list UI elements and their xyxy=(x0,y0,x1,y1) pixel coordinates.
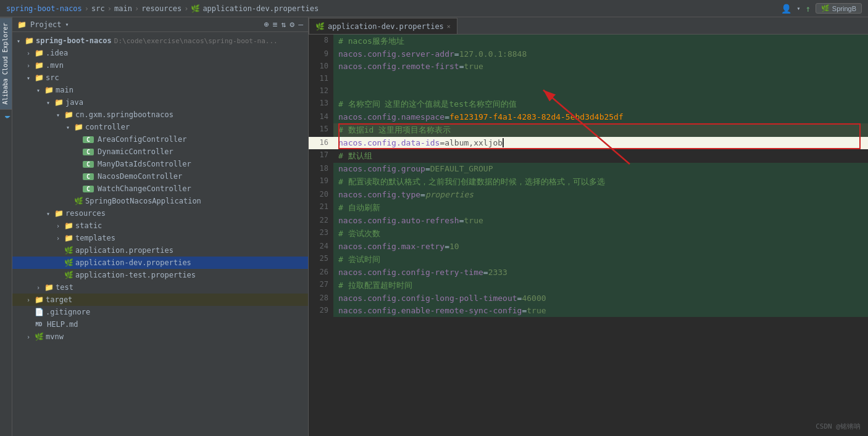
icon-templates: 📁 xyxy=(63,234,74,242)
label-idea: .idea xyxy=(46,49,68,57)
tree-item-java[interactable]: ▾ 📁 java xyxy=(12,96,308,109)
tree-item-test[interactable]: › 📁 test xyxy=(12,281,308,294)
project-panel-chevron[interactable]: ▾ xyxy=(65,21,69,28)
sep2: › xyxy=(107,4,112,13)
line-num-21: 21 xyxy=(309,201,333,215)
line-content-27: # 拉取配置超时时间 xyxy=(333,279,868,292)
breadcrumb-src[interactable]: src xyxy=(91,4,105,13)
toolbar-list-icon[interactable]: ≡ xyxy=(273,20,278,29)
tree-item-watch-change[interactable]: C WatchChangeController xyxy=(12,183,308,195)
icon-spring-app: 🌿 xyxy=(73,197,84,205)
tree-item-src[interactable]: ▾ 📁 src xyxy=(12,72,308,84)
tree-item-app-dev-props[interactable]: 🌿 application-dev.properties xyxy=(12,257,308,269)
tree-item-idea[interactable]: › 📁 .idea xyxy=(12,47,308,59)
sep4: › xyxy=(184,4,188,13)
icon-app-test-props: 🌿 xyxy=(63,271,74,279)
project-panel-header: 📁 Project ▾ ⊕ ≡ ⇅ ⚙ — xyxy=(12,17,308,32)
code-line-9: 9 nacos.config.server-addr=127.0.0.1:884… xyxy=(309,48,868,60)
icon-target: 📁 xyxy=(33,295,44,304)
line-content-15: # 数据id 这里用项目名称表示 xyxy=(333,123,868,137)
tab-app-dev-props[interactable]: 🌿 application-dev.properties ✕ xyxy=(309,18,457,34)
tree-item-templates[interactable]: › 📁 templates xyxy=(12,232,308,244)
tab-label: application-dev.properties xyxy=(328,22,444,31)
tree-item-app-props[interactable]: 🌿 application.properties xyxy=(12,244,308,257)
line-num-20: 20 xyxy=(309,189,333,201)
editor-with-annotation: 8 # nacos服务地址 9 nacos.config.server-addr… xyxy=(309,35,868,436)
code-line-16: 16 nacos.config.data-ids=album,xxljob| xyxy=(309,137,868,149)
side-icon-tab[interactable]: ☁ xyxy=(0,109,12,129)
toolbar-minimize-icon[interactable]: — xyxy=(298,20,303,29)
breadcrumb-project[interactable]: spring-boot-nacos xyxy=(6,4,82,13)
line-num-26: 26 xyxy=(309,266,333,279)
label-app-test-props: application-test.properties xyxy=(75,271,196,279)
icon-main: 📁 xyxy=(43,86,54,94)
tree-item-spring-app[interactable]: 🌿 SpringBootNacosApplication xyxy=(12,195,308,207)
tree-item-help-md[interactable]: MD HELP.md xyxy=(12,318,308,331)
line-num-24: 24 xyxy=(309,241,333,253)
icon-area-config: C xyxy=(83,136,94,143)
label-test: test xyxy=(56,283,73,292)
code-line-28: 28 nacos.config.config-long-poll-timeout… xyxy=(309,292,868,305)
label-mvnw: mvnw xyxy=(46,332,64,341)
tree-item-gitignore[interactable]: 📄 .gitignore xyxy=(12,306,308,318)
breadcrumb-file-icon: 🌿 xyxy=(191,4,200,13)
user-icon[interactable]: 👤 xyxy=(781,4,791,14)
tree-item-many-data[interactable]: C ManyDataIdsController xyxy=(12,158,308,170)
code-editor[interactable]: 8 # nacos服务地址 9 nacos.config.server-addr… xyxy=(309,35,868,317)
tab-close-icon[interactable]: ✕ xyxy=(447,23,451,30)
arrow-package: ▾ xyxy=(53,112,63,118)
toolbar-settings-icon[interactable]: ⚙ xyxy=(290,20,294,29)
breadcrumb-bar: spring-boot-nacos › src › main › resourc… xyxy=(0,0,868,17)
tree-item-mvn[interactable]: › 📁 .mvn xyxy=(12,59,308,72)
arrow-java: ▾ xyxy=(43,99,53,106)
line-content-11 xyxy=(333,73,868,85)
tree-item-main[interactable]: ▾ 📁 main xyxy=(12,84,308,96)
code-line-17: 17 # 默认组 xyxy=(309,149,868,163)
main-area: Alibaba Cloud Explorer ☁ 📁 Project ▾ ⊕ ≡… xyxy=(0,17,868,436)
tree-item-static[interactable]: › 📁 static xyxy=(12,220,308,232)
tree-item-resources[interactable]: ▾ 📁 resources xyxy=(12,207,308,220)
watermark: CSDN @铭锵呐 xyxy=(816,422,861,431)
toolbar-sort-icon[interactable]: ⇅ xyxy=(282,20,286,29)
tree-item-controller[interactable]: ▾ 📁 controller xyxy=(12,121,308,133)
code-line-18: 18 nacos.config.group=DEFAULT_GROUP xyxy=(309,163,868,175)
toolbar-add-icon[interactable]: ⊕ xyxy=(264,20,269,29)
alibaba-cloud-tab[interactable]: Alibaba Cloud Explorer xyxy=(0,17,12,109)
dropdown-icon[interactable]: ▾ xyxy=(796,5,800,12)
tree-item-mvnw[interactable]: › 🌿 mvnw xyxy=(12,331,308,343)
line-content-20: nacos.config.type=properties xyxy=(333,189,868,201)
label-controller: controller xyxy=(85,123,130,131)
line-num-9: 9 xyxy=(309,48,333,60)
icon-mvnw: 🌿 xyxy=(33,332,44,341)
code-line-22: 22 nacos.config.auto-refresh=true xyxy=(309,215,868,227)
code-line-21: 21 # 自动刷新 xyxy=(309,201,868,215)
breadcrumb-resources[interactable]: resources xyxy=(141,4,182,13)
icon-app-props: 🌿 xyxy=(63,246,74,255)
tree-item-area-config[interactable]: C AreaConfigController xyxy=(12,133,308,146)
label-src: src xyxy=(46,73,59,82)
tree-item-root[interactable]: ▾ 📁 spring-boot-nacos D:\code\exercise\n… xyxy=(12,35,308,47)
label-watch-change: WatchChangeController xyxy=(98,184,191,193)
vcs-icon[interactable]: ↑ xyxy=(805,4,810,14)
breadcrumb-file[interactable]: application-dev.properties xyxy=(202,4,319,13)
tree-item-dynamic[interactable]: C DynamicController xyxy=(12,146,308,158)
icon-java: 📁 xyxy=(53,98,64,107)
project-panel-folder-icon: 📁 xyxy=(17,20,27,29)
line-content-9: nacos.config.server-addr=127.0.0.1:8848 xyxy=(333,48,868,60)
tree-item-package[interactable]: ▾ 📁 cn.gxm.springbootnacos xyxy=(12,109,308,121)
line-content-25: # 尝试时间 xyxy=(333,253,868,266)
tree-item-target[interactable]: › 📁 target xyxy=(12,294,308,306)
arrow-main: ▾ xyxy=(33,87,43,94)
tree-item-nacos-demo[interactable]: C NacosDemoController xyxy=(12,170,308,183)
spring-btn-icon: 🌿 xyxy=(821,4,830,12)
spring-button[interactable]: 🌿 SpringB xyxy=(816,3,862,14)
breadcrumb-main[interactable]: main xyxy=(114,4,132,13)
line-content-21: # 自动刷新 xyxy=(333,201,868,215)
label-help-md: HELP.md xyxy=(47,320,78,329)
spring-btn-label: SpringB xyxy=(832,5,856,12)
label-mvn: .mvn xyxy=(46,61,64,70)
tree-item-app-test-props[interactable]: 🌿 application-test.properties xyxy=(12,269,308,281)
code-line-23: 23 # 尝试次数 xyxy=(309,227,868,241)
editor-tabs: 🌿 application-dev.properties ✕ xyxy=(309,17,868,35)
label-root: spring-boot-nacos xyxy=(36,36,112,45)
